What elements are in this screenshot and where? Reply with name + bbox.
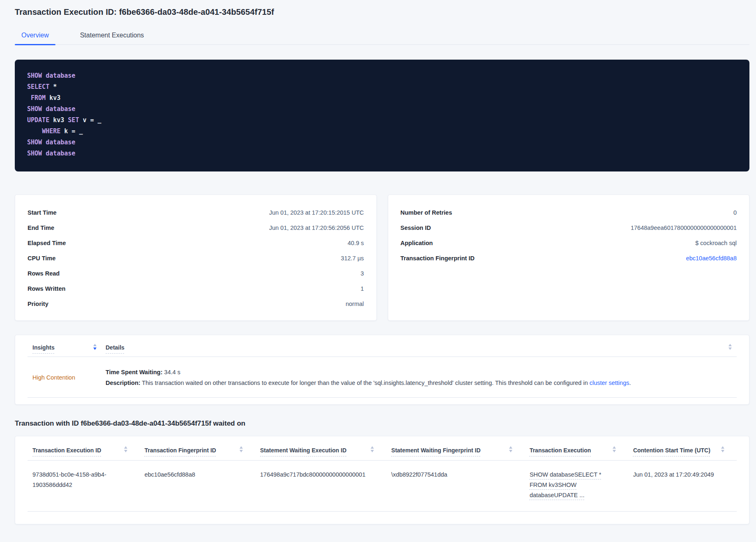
insight-type-label: High Contention: [32, 374, 106, 381]
sql-line: FROM kv3: [27, 93, 737, 104]
sql-token: *: [53, 83, 57, 90]
summary-row-application: Application $ cockroach sql: [401, 235, 737, 250]
cluster-settings-link[interactable]: cluster settings: [590, 380, 629, 386]
sql-token: [27, 94, 31, 102]
sql-statement-box: SHOW databaseSELECT * FROM kv3SHOW datab…: [15, 60, 749, 171]
waited-on-table-header: Transaction Execution ID Transaction Fin…: [28, 447, 737, 460]
row-value: Jun 01, 2023 at 17:20:15:2015 UTC: [269, 209, 364, 216]
cell-transaction-execution: SHOW databaseSELECT * FROM kv3SHOW datab…: [525, 470, 628, 500]
sql-keyword: SHOW database: [27, 72, 75, 79]
tab-statement-executions[interactable]: Statement Executions: [74, 28, 151, 44]
cell-contention-start-time: Jun 01, 2023 at 17:20:49:2049: [628, 470, 737, 500]
tab-bar: Overview Statement Executions: [15, 28, 749, 45]
sql-token: kv3: [49, 94, 60, 102]
row-label: Application: [401, 240, 433, 246]
transaction-fingerprint-link[interactable]: ebc10ae56cfd88a8: [686, 255, 737, 262]
row-value: Jun 01, 2023 at 17:20:56:2056 UTC: [269, 225, 364, 231]
cell-transaction-execution-id: 9738d051-bc0e-4158-a9b4-1903586ddd42: [28, 470, 140, 500]
sql-token: [27, 127, 42, 135]
summary-row-end-time: End Time Jun 01, 2023 at 17:20:56:2056 U…: [28, 220, 364, 235]
sql-line: WHERE k = _: [27, 126, 737, 137]
summary-row-elapsed-time: Elapsed Time 40.9 s: [28, 235, 364, 250]
insights-header-label[interactable]: Insights: [32, 344, 55, 351]
sql-keyword: SHOW database: [27, 105, 75, 113]
session-summary-card: Number of Retries 0 Session ID 17648a9ee…: [388, 195, 750, 321]
column-header-contention-start-time: Contention Start Time (UTC): [628, 447, 737, 454]
sort-icon[interactable]: [124, 446, 127, 452]
cell-statement-waiting-execution-id: 176498a9c717bdc80000000000000001: [255, 470, 386, 500]
column-header-transaction-fingerprint-id: Transaction Fingerprint ID: [140, 447, 255, 454]
sql-line: SHOW database: [27, 70, 737, 81]
summary-row-priority: Priority normal: [28, 296, 364, 311]
insight-details: Time Spent Waiting: 34.4 s Description: …: [106, 367, 732, 388]
row-label: Rows Read: [28, 270, 60, 277]
tab-overview[interactable]: Overview: [15, 28, 55, 44]
insights-card: Insights Details High Contention Time Sp…: [15, 335, 749, 405]
summary-row-start-time: Start Time Jun 01, 2023 at 17:20:15:2015…: [28, 205, 364, 220]
column-header-statement-waiting-fingerprint-id: Statement Waiting Fingerprint ID: [386, 447, 525, 454]
sql-line: SHOW database: [27, 104, 737, 115]
insight-description: Description: This transaction waited on …: [106, 378, 732, 388]
sort-icon[interactable]: [613, 446, 616, 452]
row-value: normal: [346, 301, 364, 307]
time-spent-waiting: Time Spent Waiting: 34.4 s: [106, 367, 732, 378]
summary-cards: Start Time Jun 01, 2023 at 17:20:15:2015…: [15, 195, 749, 321]
waited-on-table-card: Transaction Execution ID Transaction Fin…: [15, 436, 749, 524]
summary-row-rows-read: Rows Read 3: [28, 266, 364, 281]
sql-token: k = _: [64, 127, 83, 135]
timing-summary-card: Start Time Jun 01, 2023 at 17:20:15:2015…: [15, 195, 377, 321]
summary-row-rows-written: Rows Written 1: [28, 281, 364, 296]
sql-keyword: FROM: [31, 94, 49, 102]
column-header-transaction-execution: Transaction Execution: [525, 447, 628, 454]
sql-keyword: UPDATE: [27, 116, 53, 124]
row-label: Number of Retries: [401, 209, 452, 216]
cell-statement-waiting-fingerprint-id: \xdb8922f077541dda: [386, 470, 525, 500]
waited-on-heading: Transaction with ID f6be6366-da03-48de-a…: [15, 419, 749, 428]
divider: [28, 511, 737, 512]
page-title: Transaction Execution ID: f6be6366-da03-…: [15, 7, 749, 17]
summary-row-retries: Number of Retries 0: [401, 205, 737, 220]
sort-icon[interactable]: [728, 344, 732, 350]
column-header-transaction-execution-id: Transaction Execution ID: [28, 447, 140, 454]
details-header-label[interactable]: Details: [106, 344, 124, 351]
sort-icon[interactable]: [240, 446, 243, 452]
insights-table-header: Insights Details: [28, 344, 737, 357]
sql-line: SELECT *: [27, 81, 737, 93]
insight-row: High Contention Time Spent Waiting: 34.4…: [28, 357, 737, 397]
sort-icon[interactable]: [371, 446, 374, 452]
sql-keyword: SHOW database: [27, 139, 75, 146]
waited-on-table: Transaction Execution ID Transaction Fin…: [28, 447, 737, 512]
transaction-execution-link[interactable]: SHOW databaseSELECT * FROM kv3SHOW datab…: [530, 470, 602, 500]
table-row: 9738d051-bc0e-4158-a9b4-1903586ddd42 ebc…: [28, 461, 737, 511]
row-label: CPU Time: [28, 255, 55, 262]
cell-transaction-fingerprint-id: ebc10ae56cfd88a8: [140, 470, 255, 500]
column-header-statement-waiting-execution-id: Statement Waiting Execution ID: [255, 447, 386, 454]
sql-keyword: SET: [68, 116, 83, 124]
summary-row-cpu-time: CPU Time 312.7 µs: [28, 250, 364, 266]
row-label: Rows Written: [28, 285, 65, 292]
sql-line: SHOW database: [27, 148, 737, 159]
row-value: 312.7 µs: [341, 255, 364, 262]
sql-line: SHOW database: [27, 137, 737, 148]
sql-keyword: SELECT: [27, 83, 53, 90]
row-value: 1: [360, 285, 364, 292]
summary-row-transaction-fingerprint-id: Transaction Fingerprint ID ebc10ae56cfd8…: [401, 250, 737, 266]
row-label: Transaction Fingerprint ID: [401, 255, 475, 262]
sql-keyword: WHERE: [42, 127, 64, 135]
row-value: 17648a9eea6017800000000000000001: [631, 225, 737, 231]
row-label: Start Time: [28, 209, 57, 216]
sql-keyword: SHOW database: [27, 150, 75, 157]
sort-icon[interactable]: [721, 446, 724, 452]
sort-icon[interactable]: [93, 344, 97, 350]
sort-icon[interactable]: [509, 446, 512, 452]
row-label: Priority: [28, 301, 48, 307]
row-value: 40.9 s: [348, 240, 364, 246]
sql-token: kv3: [53, 116, 68, 124]
row-value: 0: [733, 209, 737, 216]
row-label: End Time: [28, 225, 54, 231]
sql-token: v = _: [83, 116, 101, 124]
row-value: $ cockroach sql: [695, 240, 737, 246]
row-label: Elapsed Time: [28, 240, 66, 246]
transaction-details-page: Transaction Execution ID: f6be6366-da03-…: [0, 0, 756, 524]
summary-row-session-id: Session ID 17648a9eea6017800000000000000…: [401, 220, 737, 235]
